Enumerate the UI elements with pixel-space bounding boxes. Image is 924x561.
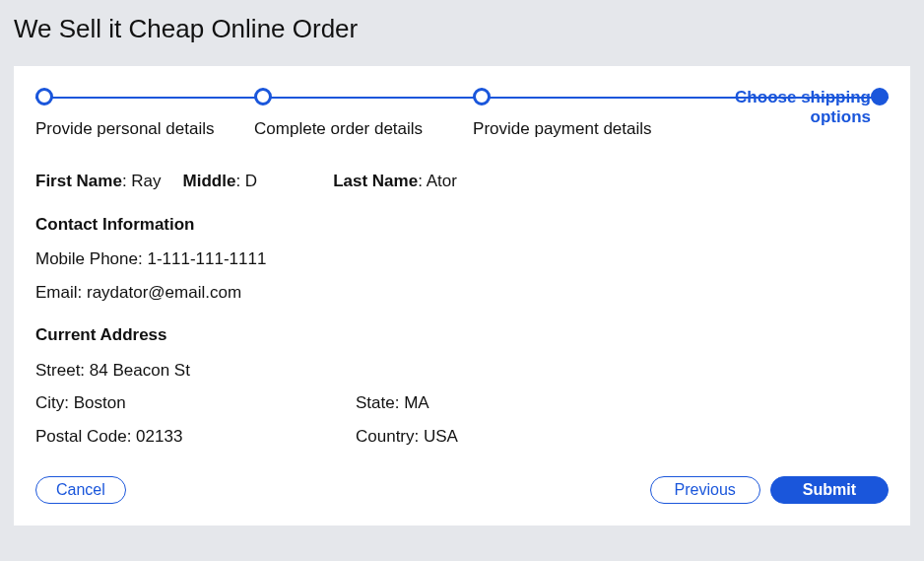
email-field: Email: raydator@email.com	[35, 280, 889, 306]
first-name-value: Ray	[131, 172, 161, 190]
street-value: 84 Beacon St	[90, 361, 190, 380]
step-circle-icon	[35, 88, 53, 105]
country-value: USA	[424, 427, 458, 446]
middle-name-value: D	[245, 172, 257, 190]
country-label: Country	[356, 427, 415, 446]
postal-field: Postal Code: 02133	[35, 424, 356, 450]
state-value: MA	[404, 393, 429, 412]
postal-value: 02133	[136, 427, 182, 446]
name-row: First Name: Ray Middle: D Last Name: Ato…	[35, 169, 889, 194]
street-label: Street	[35, 361, 80, 380]
previous-button[interactable]: Previous	[650, 476, 760, 504]
step-label: Provide payment details	[473, 119, 692, 139]
step-order[interactable]: Complete order details	[254, 88, 473, 139]
step-shipping[interactable]: Choose shipping options	[692, 88, 889, 127]
city-value: Boston	[74, 393, 126, 412]
city-label: City	[35, 393, 64, 412]
step-label: Choose shipping options	[692, 88, 889, 127]
review-content: First Name: Ray Middle: D Last Name: Ato…	[35, 169, 889, 449]
first-name-label: First Name	[35, 172, 122, 190]
city-state-row: City: Boston State: MA	[35, 390, 889, 416]
state-field: State: MA	[356, 390, 676, 416]
state-label: State	[356, 393, 395, 412]
last-name-label: Last Name	[333, 172, 418, 190]
first-name-field: First Name: Ray	[35, 169, 162, 194]
step-circle-icon	[473, 88, 491, 105]
street-field: Street: 84 Beacon St	[35, 358, 889, 384]
step-personal[interactable]: Provide personal details	[35, 88, 254, 139]
cancel-button[interactable]: Cancel	[35, 476, 126, 504]
order-card: Provide personal details Complete order …	[14, 66, 910, 526]
postal-country-row: Postal Code: 02133 Country: USA	[35, 424, 889, 450]
middle-name-label: Middle	[183, 172, 236, 190]
last-name-field: Last Name: Ator	[333, 169, 457, 194]
city-field: City: Boston	[35, 390, 356, 416]
mobile-phone-field: Mobile Phone: 1-111-111-1111	[35, 246, 889, 272]
last-name-value: Ator	[427, 172, 457, 190]
mobile-phone-label: Mobile Phone	[35, 249, 138, 268]
country-field: Country: USA	[356, 424, 676, 450]
footer-right: Previous Submit	[650, 476, 889, 504]
page-title: We Sell it Cheap Online Order	[14, 14, 910, 44]
step-label: Provide personal details	[35, 119, 254, 139]
mobile-phone-value: 1-111-111-1111	[147, 249, 266, 268]
step-circle-icon	[254, 88, 272, 105]
step-label: Complete order details	[254, 119, 473, 139]
postal-label: Postal Code	[35, 427, 127, 446]
step-payment[interactable]: Provide payment details	[473, 88, 692, 139]
step-circle-filled-icon	[871, 88, 889, 105]
address-section-title: Current Address	[35, 322, 889, 348]
footer: Cancel Previous Submit	[35, 476, 889, 504]
contact-section-title: Contact Information	[35, 212, 889, 238]
email-value: raydator@email.com	[87, 283, 241, 302]
submit-button[interactable]: Submit	[770, 476, 889, 504]
email-label: Email	[35, 283, 78, 302]
stepper: Provide personal details Complete order …	[35, 88, 889, 139]
middle-name-field: Middle: D	[183, 169, 258, 194]
